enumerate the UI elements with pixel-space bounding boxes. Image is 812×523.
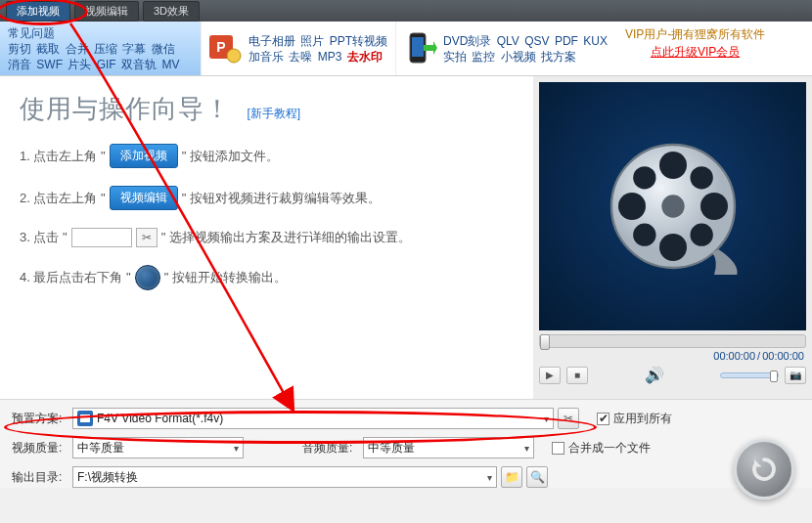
output-dir-label: 输出目录: <box>12 469 72 486</box>
link-item[interactable]: 字幕 <box>122 42 146 56</box>
link-item[interactable]: 监控 <box>472 50 495 64</box>
link-item[interactable]: 实拍 <box>443 50 467 64</box>
linkbar-block-phone: DVD刻录 QLV QSV PDF KUX 实拍 监控 小视频 找方案 <box>395 22 615 75</box>
svg-point-9 <box>618 193 646 220</box>
playback-slider[interactable] <box>539 334 806 348</box>
link-item[interactable]: PDF <box>555 34 578 48</box>
link-item[interactable]: 双音轨 <box>121 58 157 71</box>
link-item[interactable]: GIF <box>97 58 116 71</box>
main: 使用与操作向导！ [新手教程] 1. 点击左上角 " 添加视频 " 按钮添加文件… <box>0 76 812 399</box>
video-quality-label: 视频质量: <box>12 440 72 457</box>
svg-point-7 <box>659 152 687 179</box>
video-quality-value: 中等质量 <box>77 440 124 457</box>
svg-point-12 <box>690 166 712 189</box>
link-item[interactable]: MP3 <box>318 50 342 64</box>
preset-settings-button[interactable]: ✂ <box>558 408 579 429</box>
output-dir-field[interactable]: F:\视频转换▾ <box>72 466 497 488</box>
vip-block: VIP用户-拥有狸窝所有软件 点此升级VIP会员 <box>615 22 775 75</box>
step3-post: " 选择视频输出方案及进行详细的输出设置。 <box>161 229 411 246</box>
open-folder-button[interactable]: 🔍 <box>526 466 548 488</box>
tutorial-link[interactable]: [新手教程] <box>247 107 300 120</box>
time-current: 00:00:00 <box>713 350 755 362</box>
left-links-row2: 消音 SWF 片头 GIF 双音轨 MV <box>8 57 193 72</box>
svg-point-13 <box>633 224 655 246</box>
preview-screen <box>539 82 806 330</box>
link-item[interactable]: 消音 <box>8 58 31 71</box>
block2-row2: 实拍 监控 小视频 找方案 <box>443 49 609 65</box>
volume-slider[interactable] <box>720 372 779 378</box>
link-item[interactable]: QLV <box>497 34 519 48</box>
link-item[interactable]: 电子相册 <box>248 34 295 48</box>
svg-point-2 <box>227 49 241 63</box>
link-item[interactable]: MV <box>161 58 179 71</box>
link-item[interactable]: KUX <box>583 34 608 48</box>
link-item[interactable]: 微信 <box>152 42 175 56</box>
step3-gear-icon: ✂ <box>136 228 158 247</box>
volume-thumb[interactable] <box>770 370 778 382</box>
link-item[interactable]: 找方案 <box>541 50 576 64</box>
video-edit-button[interactable]: 视频编辑 <box>74 1 139 22</box>
preset-label: 预置方案: <box>12 411 72 427</box>
link-item[interactable]: 剪切 <box>8 42 31 56</box>
linkbar: 常见问题 剪切 截取 合并 压缩 字幕 微信 消音 SWF 片头 GIF 双音轨… <box>0 22 812 76</box>
ppt-icon: P <box>207 31 243 66</box>
audio-quality-label: 音频质量: <box>302 440 363 457</box>
chevron-down-icon: ▾ <box>524 443 529 454</box>
svg-point-10 <box>700 193 728 220</box>
apply-all-checkbox[interactable]: ✔ <box>597 413 609 425</box>
link-item[interactable]: 照片 <box>300 34 324 48</box>
guide-step-3: 3. 点击 " ✂ " 选择视频输出方案及进行详细的输出设置。 <box>20 228 514 247</box>
link-item[interactable]: 小视频 <box>501 50 536 64</box>
step1-pre: 1. 点击左上角 " <box>20 148 106 165</box>
step2-post: " 按钮对视频进行裁剪编辑等效果。 <box>182 190 381 207</box>
link-item[interactable]: SWF <box>36 58 63 71</box>
link-item[interactable]: 截取 <box>36 42 60 56</box>
play-button[interactable]: ▶ <box>539 367 561 384</box>
preset-combo[interactable]: F4V Video Format(*.f4v) ▾ <box>72 408 554 429</box>
audio-quality-value: 中等质量 <box>368 440 415 457</box>
3d-effects-button[interactable]: 3D效果 <box>143 1 200 22</box>
guide-title: 使用与操作向导！ <box>20 94 231 123</box>
link-item[interactable]: 压缩 <box>94 42 117 56</box>
block1-row2: 加音乐 去噪 MP3 <box>248 50 343 64</box>
step4-post: " 按钮开始转换输出。 <box>164 269 287 286</box>
chevron-down-icon: ▾ <box>544 414 549 424</box>
guide-panel: 使用与操作向导！ [新手教程] 1. 点击左上角 " 添加视频 " 按钮添加文件… <box>0 76 533 399</box>
link-item[interactable]: 加音乐 <box>248 50 284 64</box>
linkbar-left: 常见问题 剪切 截取 合并 压缩 字幕 微信 消音 SWF 片头 GIF 双音轨… <box>0 22 201 75</box>
link-item[interactable]: QSV <box>524 34 549 48</box>
vip-upgrade-link[interactable]: 点此升级VIP会员 <box>625 43 765 61</box>
apply-all-label: 应用到所有 <box>613 411 672 427</box>
svg-text:P: P <box>216 39 225 55</box>
playback-thumb[interactable] <box>540 334 550 350</box>
svg-point-11 <box>633 166 655 189</box>
audio-quality-combo[interactable]: 中等质量▾ <box>363 437 534 458</box>
svg-point-14 <box>690 224 712 246</box>
faq-link[interactable]: 常见问题 <box>8 26 55 40</box>
merge-checkbox[interactable] <box>552 442 564 455</box>
snapshot-button[interactable]: 📷 <box>785 367 806 384</box>
remove-watermark-link[interactable]: 去水印 <box>347 50 383 64</box>
block1-row1: 电子相册 照片 PPT转视频 <box>248 33 389 49</box>
link-item[interactable]: 去噪 <box>289 50 312 64</box>
stop-button[interactable]: ■ <box>566 367 588 384</box>
left-links-row1: 剪切 截取 合并 压缩 字幕 微信 <box>8 41 193 57</box>
browse-folder-button[interactable]: 📁 <box>501 466 522 488</box>
video-quality-combo[interactable]: 中等质量▾ <box>72 437 244 458</box>
guide-step-4: 4. 最后点击右下角 " " 按钮开始转换输出。 <box>20 265 514 290</box>
guide-step-2: 2. 点击左上角 " 视频编辑 " 按钮对视频进行裁剪编辑等效果。 <box>20 186 514 210</box>
link-item[interactable]: 片头 <box>68 58 91 71</box>
step2-video-edit-badge: 视频编辑 <box>110 186 178 210</box>
link-item[interactable]: 合并 <box>66 42 89 56</box>
add-video-button[interactable]: 添加视频 <box>6 1 70 22</box>
convert-button[interactable] <box>734 439 794 500</box>
film-reel-icon <box>605 138 742 275</box>
link-item[interactable]: PPT转视频 <box>330 34 387 48</box>
phone-icon <box>402 31 437 66</box>
link-item[interactable]: DVD刻录 <box>443 34 491 48</box>
merge-label: 合并成一个文件 <box>568 440 651 457</box>
svg-rect-16 <box>80 414 90 422</box>
preview-panel: 00:00:00 / 00:00:00 ▶ ■ 🔊 📷 <box>533 76 812 399</box>
volume-icon[interactable]: 🔊 <box>645 366 664 384</box>
preset-value: F4V Video Format(*.f4v) <box>97 412 223 425</box>
